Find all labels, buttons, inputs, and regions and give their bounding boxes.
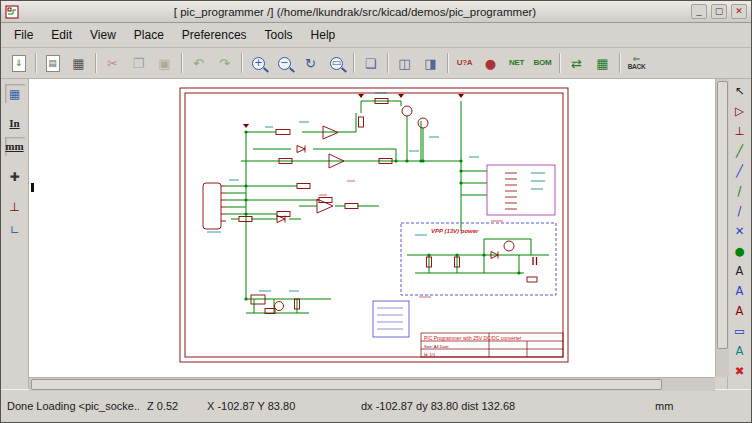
right-tool-icon: ╱ [736,146,743,158]
right-tool-icon: / [738,206,742,218]
toolbar-icon: ◨ [424,57,436,70]
toolbar-icon: ▤ [46,55,60,72]
place-text-button[interactable]: A [730,343,750,361]
place-sheet-button[interactable]: ▭ [730,323,750,341]
place-bus-button[interactable]: ╱ [730,163,750,181]
net-label-button[interactable]: A [730,263,750,281]
toolbar-badge: U?A [457,59,473,67]
minimize-button[interactable]: _ [691,4,707,19]
menu-view[interactable]: View [81,24,125,46]
maximize-button[interactable]: ▢ [711,4,727,19]
main-area: ▦Inmm✚⊥∟ PIC Programmer with 25V DC/DC c… [1,79,751,389]
canvas-area: PIC Programmer with 25V DC/DC converter … [29,79,727,389]
copy-button[interactable]: ❐ [126,51,151,76]
toolbar-icon: ◫ [398,57,410,70]
units-inch-button[interactable]: In [4,113,26,134]
run-pcbnew-button[interactable]: ▦ [590,51,615,76]
separator [241,53,242,73]
vertical-scrollbar-thumb[interactable] [717,81,728,349]
back-annotate-button[interactable]: ⇐BACK [624,51,649,76]
annotate-button[interactable]: U?A [452,51,477,76]
no-connect-button[interactable]: ✕ [730,223,750,241]
right-tool-icon: / [738,186,742,198]
run-cvpcb-button[interactable]: ⇄ [564,51,589,76]
status-message: Done Loading <pic_socke... [7,400,139,412]
wire-to-bus-entry-button[interactable]: / [730,183,750,201]
vpp-section-label: VPP (13V) power [431,228,479,234]
origin-marker [31,183,34,192]
bom-button[interactable]: BOM [530,51,555,76]
toolbar-icon: ▦ [596,57,608,70]
titleblock-size: Size: A4 Date: [424,344,449,349]
zoom-redraw-button[interactable]: ↻ [298,51,323,76]
units-mm-button[interactable]: mm [4,136,26,157]
hierarchical-label-button[interactable]: A [730,303,750,321]
right-tool-icon: ● [734,246,744,258]
right-tool-icon: A [736,346,744,358]
menu-file[interactable]: File [5,24,42,46]
junction-button[interactable]: ● [730,243,750,261]
erc-button[interactable]: ● [478,51,503,76]
netlist-button[interactable]: NET [504,51,529,76]
menubar: FileEditViewPlacePreferencesToolsHelp [1,23,751,48]
menu-preferences[interactable]: Preferences [173,24,256,46]
place-wire-button[interactable]: ╱ [730,143,750,161]
right-tool-icon: ⊥ [734,126,744,138]
library-browser-button[interactable]: ◨ [418,51,443,76]
leave-sheet-button[interactable]: ◫ [392,51,417,76]
global-label-button[interactable]: A [730,283,750,301]
toolbar-badge: BACK [628,64,646,71]
vertical-scrollbar[interactable] [715,79,729,377]
page-settings-button[interactable]: ▤ [40,51,65,76]
menu-place[interactable]: Place [125,24,173,46]
right-tool-icon: A [736,266,744,278]
canvas-background [29,79,715,377]
hierarchy-navigator-button[interactable]: ❏ [358,51,383,76]
toolbar-icon: ● [485,57,496,70]
toolbar-icon: ▭ [330,57,343,70]
select-cursor-button[interactable]: ↖ [730,83,750,101]
grid-toggle-button[interactable]: ▦ [4,83,26,104]
horizontal-scrollbar-thumb[interactable] [31,379,662,390]
zoom-in-button[interactable]: + [246,51,271,76]
ortho-wires-button[interactable]: ∟ [4,219,26,240]
undo-button[interactable]: ↶ [186,51,211,76]
left-tool-icon: mm [5,141,23,152]
zoom-out-button[interactable]: − [272,51,297,76]
window-title: [ pic_programmer /] (/home/lkundrak/src/… [23,6,687,18]
toolbar-icon: ▦ [72,57,84,70]
menu-tools[interactable]: Tools [256,24,302,46]
left-tool-icon: In [9,118,19,129]
toolbar-badge: NET [509,59,524,67]
horizontal-scrollbar[interactable] [29,377,715,391]
schematic-canvas[interactable]: PIC Programmer with 25V DC/DC converter … [29,79,715,377]
separator [353,53,354,73]
right-tool-icon: ╱ [736,166,743,178]
save-schematic-button[interactable]: ⇓ [6,51,31,76]
toolbar-icon: ❏ [365,57,377,70]
redo-button[interactable]: ↷ [212,51,237,76]
close-button[interactable]: ✕ [731,4,747,19]
statusbar: Done Loading <pic_socke... Z 0.52 X -102… [1,389,751,422]
print-button[interactable]: ▦ [66,51,91,76]
place-component-button[interactable]: ▷ [730,103,750,121]
toolbar-icon: ❐ [133,57,145,70]
place-power-port-button[interactable]: ⊥ [730,123,750,141]
app-window: [ pic_programmer /] (/home/lkundrak/src/… [0,0,752,423]
menu-edit[interactable]: Edit [42,24,81,46]
left-tool-icon: ⊥ [9,201,19,213]
menu-help[interactable]: Help [302,24,345,46]
cut-button[interactable]: ✂ [100,51,125,76]
paste-button[interactable]: ▣ [152,51,177,76]
right-tool-icon: ✖ [735,366,745,378]
toolbar-icon: ⇓ [12,55,26,72]
left-tool-icon: ✚ [9,171,19,183]
bus-to-bus-entry-button[interactable]: / [730,203,750,221]
toolbar-icon: − [278,57,291,70]
delete-item-button[interactable]: ✖ [730,363,750,381]
status-delta: dx -102.87 dy 83.80 dist 132.68 [361,400,599,412]
hidden-pins-button[interactable]: ⊥ [4,196,26,217]
cursor-shape-button[interactable]: ✚ [4,166,26,187]
zoom-fit-button[interactable]: ▭ [324,51,349,76]
app-icon [5,5,19,19]
